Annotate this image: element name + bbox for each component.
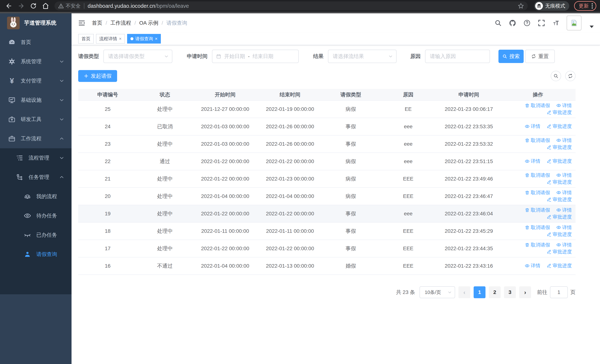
detail-link[interactable]: 详情 [556,224,572,231]
cell-status: 不通过 [137,257,193,275]
eye-closed-icon [24,231,31,239]
page-button-2[interactable]: 2 [489,286,501,298]
approval-progress-link[interactable]: 审批进度 [547,158,572,164]
prev-page-button[interactable]: ‹ [459,286,470,298]
fullscreen-icon[interactable] [538,19,545,27]
cancel-leave-link[interactable]: 取消请假 [525,137,550,144]
cell-reason: EEE [379,257,437,275]
approval-progress-link[interactable]: 审批进度 [547,144,572,150]
sidebar-item-task-management[interactable]: 任务管理 [0,168,72,187]
url-bar[interactable]: 不安全 dashboard.yudao.iocoder.cn/bpm/oa/le… [55,1,528,10]
page-button-3[interactable]: 3 [504,286,516,298]
result-select[interactable]: 请选择流结果 [328,50,396,63]
browser-forward-button[interactable] [16,1,26,11]
cancel-leave-link[interactable]: 取消请假 [525,242,550,248]
breadcrumb-home[interactable]: 首页 [92,19,102,27]
browser-update-button[interactable]: 更新 [574,1,596,11]
detail-link[interactable]: 详情 [556,137,572,144]
cell-actions: 详情 审批进度 [500,257,576,275]
app-logo[interactable]: 芋道管理系统 [0,13,72,33]
detail-link[interactable]: 详情 [525,158,540,164]
tab-process-detail[interactable]: 流程详情 × [96,34,125,44]
approval-progress-link[interactable]: 审批进度 [547,123,572,130]
sidebar-item-todo-tasks[interactable]: 待办任务 [0,206,72,225]
sidebar-item-infrastructure[interactable]: 基础设施 [0,90,72,110]
detail-link[interactable]: 详情 [556,102,572,109]
page-button-1[interactable]: 1 [474,286,486,298]
help-icon[interactable] [523,19,531,27]
cell-apply-time: 2022-01-22 23:53:35 [437,118,500,135]
cell-leave-type: 病假 [322,153,379,170]
avatar[interactable] [567,16,581,30]
cancel-leave-link[interactable]: 取消请假 [525,224,550,231]
table-row: 20 处理中 2022-01-04 00:00:00 2022-01-04 00… [78,187,576,205]
cancel-leave-link[interactable]: 取消请假 [525,172,550,178]
cancel-leave-link[interactable]: 取消请假 [525,102,550,109]
create-leave-button[interactable]: 发起请假 [78,70,117,82]
approval-progress-link[interactable]: 审批进度 [547,109,572,116]
col-apply-time: 申请时间 [437,89,500,101]
refresh-table-button[interactable] [565,71,576,81]
bookmark-star-icon[interactable] [518,3,524,9]
tab-leave-query[interactable]: 请假查询 × [127,34,161,44]
close-icon[interactable]: × [155,36,158,41]
tab-home[interactable]: 首页 [78,34,94,44]
sidebar-item-process-management[interactable]: 流程管理 [0,148,72,168]
sidebar-item-devtools[interactable]: 研发工具 [0,110,72,129]
page-size-select[interactable]: 10条/页 [420,286,455,298]
cell-apply-id: 22 [78,153,137,170]
toolbox-icon [8,116,16,123]
approval-progress-link[interactable]: 审批进度 [547,231,572,238]
browser-reload-button[interactable] [28,1,38,11]
close-icon[interactable]: × [119,36,122,41]
sidebar-item-my-process[interactable]: 我的流程 [0,187,72,206]
cell-actions: 取消请假 详情 审批进度 [500,222,576,240]
detail-link[interactable]: 详情 [525,262,540,269]
breadcrumb-workflow[interactable]: 工作流程 [111,19,131,27]
leave-type-select[interactable]: 请选择请假类型 [103,50,172,63]
toggle-search-button[interactable] [551,71,561,81]
font-size-icon[interactable] [552,19,560,27]
sidebar-item-workflow[interactable]: 工作流程 [0,129,72,148]
goto-page-input[interactable]: 1 [550,286,568,298]
sidebar-item-home[interactable]: 首页 [0,33,72,52]
browser-menu-icon[interactable] [592,3,593,9]
browser-back-button[interactable] [4,1,14,11]
cancel-leave-link[interactable]: 取消请假 [525,189,550,196]
approval-progress-link[interactable]: 审批进度 [547,179,572,185]
col-apply-id: 申请编号 [78,89,137,101]
apply-time-range-picker[interactable]: 开始日期 - 结束日期 [212,50,299,63]
detail-link[interactable]: 详情 [556,207,572,213]
detail-link[interactable]: 详情 [525,123,540,130]
approval-progress-link[interactable]: 审批进度 [547,214,572,220]
browser-home-button[interactable] [40,1,51,11]
cell-leave-type: 病假 [322,101,379,118]
tags-view-bar: 首页 流程详情 × 请假查询 × [72,33,600,45]
breadcrumb-oa-example[interactable]: OA 示例 [139,19,159,27]
approval-progress-link[interactable]: 审批进度 [547,196,572,203]
sidebar-item-done-tasks[interactable]: 已办任务 [0,225,72,245]
chevron-up-icon [59,175,64,180]
security-warning[interactable]: 不安全 [58,3,81,9]
sidebar-item-system[interactable]: 系统管理 [0,52,72,71]
detail-link[interactable]: 详情 [556,242,572,248]
github-icon[interactable] [509,19,516,27]
approval-progress-link[interactable]: 审批进度 [547,249,572,255]
sidebar-collapse-icon[interactable] [78,19,86,27]
approval-progress-link[interactable]: 审批进度 [547,262,572,269]
reason-input[interactable]: 请输入原因 [425,50,490,63]
cancel-leave-link[interactable]: 取消请假 [525,207,550,213]
search-icon[interactable] [494,19,502,27]
cell-apply-time: 2022-01-23 00:06:17 [437,101,500,118]
detail-link[interactable]: 详情 [556,189,572,196]
detail-link[interactable]: 详情 [556,172,572,178]
table-header-row: 申请编号 状态 开始时间 结束时间 请假类型 原因 申请时间 操作 [78,89,576,101]
sidebar-item-leave-query[interactable]: 请假查询 [0,245,72,264]
cell-end-time: 2022-01-13 00:00:00 [258,257,322,275]
reset-button[interactable]: 重置 [525,50,555,63]
caret-down-icon[interactable] [590,26,594,28]
sidebar-item-payment[interactable]: ¥ 支付管理 [0,71,72,90]
search-button[interactable]: 搜索 [498,50,524,63]
next-page-button[interactable]: › [519,286,531,298]
eye-open-icon [24,212,31,219]
